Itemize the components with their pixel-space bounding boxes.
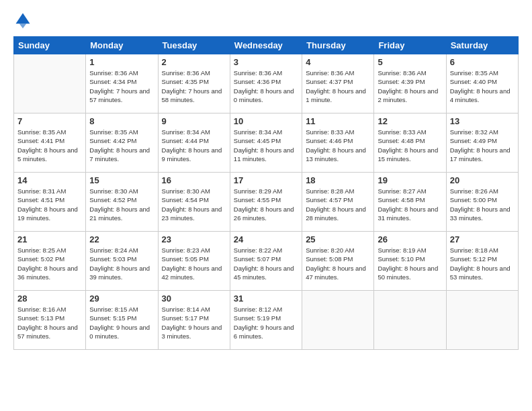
- day-detail: Sunrise: 8:16 AMSunset: 5:13 PMDaylight:…: [17, 305, 82, 340]
- day-detail: Sunrise: 8:30 AMSunset: 4:54 PMDaylight:…: [162, 187, 226, 222]
- day-number: 29: [89, 293, 154, 304]
- day-detail: Sunrise: 8:35 AMSunset: 4:42 PMDaylight:…: [89, 128, 154, 163]
- day-number: 14: [17, 175, 82, 185]
- header: [13, 11, 519, 30]
- day-number: 16: [162, 175, 226, 185]
- day-number: 1: [89, 57, 154, 67]
- calendar-cell: 13Sunrise: 8:32 AMSunset: 4:49 PMDayligh…: [446, 113, 518, 173]
- day-number: 17: [234, 175, 298, 185]
- calendar-cell: 16Sunrise: 8:30 AMSunset: 4:54 PMDayligh…: [158, 173, 230, 232]
- logo-icon: [13, 11, 32, 30]
- calendar-week-4: 21Sunrise: 8:25 AMSunset: 5:02 PMDayligh…: [14, 232, 519, 291]
- day-number: 24: [234, 234, 298, 244]
- calendar-cell: 19Sunrise: 8:27 AMSunset: 4:58 PMDayligh…: [374, 173, 446, 232]
- calendar-cell: 27Sunrise: 8:18 AMSunset: 5:12 PMDayligh…: [446, 232, 518, 291]
- calendar-cell: 3Sunrise: 8:36 AMSunset: 4:36 PMDaylight…: [230, 54, 302, 113]
- day-number: 28: [17, 293, 82, 304]
- calendar-cell: 14Sunrise: 8:31 AMSunset: 4:51 PMDayligh…: [14, 173, 86, 232]
- day-header-monday: Monday: [86, 37, 158, 54]
- day-detail: Sunrise: 8:36 AMSunset: 4:37 PMDaylight:…: [306, 68, 370, 104]
- day-number: 7: [17, 116, 82, 126]
- calendar-cell: 2Sunrise: 8:36 AMSunset: 4:35 PMDaylight…: [158, 54, 230, 113]
- day-detail: Sunrise: 8:36 AMSunset: 4:34 PMDaylight:…: [89, 68, 154, 104]
- day-number: 21: [17, 234, 82, 244]
- page: SundayMondayTuesdayWednesdayThursdayFrid…: [0, 0, 532, 411]
- day-detail: Sunrise: 8:36 AMSunset: 4:36 PMDaylight:…: [234, 68, 298, 104]
- calendar-week-2: 7Sunrise: 8:35 AMSunset: 4:41 PMDaylight…: [14, 113, 519, 173]
- day-detail: Sunrise: 8:25 AMSunset: 5:02 PMDaylight:…: [17, 246, 82, 281]
- day-detail: Sunrise: 8:24 AMSunset: 5:03 PMDaylight:…: [89, 246, 154, 281]
- day-header-tuesday: Tuesday: [158, 37, 230, 54]
- calendar-cell: 7Sunrise: 8:35 AMSunset: 4:41 PMDaylight…: [14, 113, 86, 173]
- calendar-cell: 6Sunrise: 8:35 AMSunset: 4:40 PMDaylight…: [446, 54, 518, 113]
- day-detail: Sunrise: 8:35 AMSunset: 4:41 PMDaylight:…: [17, 128, 82, 163]
- calendar-cell: 4Sunrise: 8:36 AMSunset: 4:37 PMDaylight…: [302, 54, 374, 113]
- day-number: 2: [162, 57, 226, 67]
- day-header-friday: Friday: [374, 37, 446, 54]
- day-detail: Sunrise: 8:18 AMSunset: 5:12 PMDaylight:…: [450, 246, 515, 281]
- day-detail: Sunrise: 8:15 AMSunset: 5:15 PMDaylight:…: [89, 305, 154, 340]
- day-number: 9: [162, 116, 226, 126]
- day-number: 26: [378, 234, 442, 244]
- calendar-cell: 28Sunrise: 8:16 AMSunset: 5:13 PMDayligh…: [14, 291, 86, 350]
- day-detail: Sunrise: 8:19 AMSunset: 5:10 PMDaylight:…: [378, 246, 442, 281]
- day-number: 4: [306, 57, 370, 67]
- day-detail: Sunrise: 8:20 AMSunset: 5:08 PMDaylight:…: [306, 246, 370, 281]
- calendar-cell: 20Sunrise: 8:26 AMSunset: 5:00 PMDayligh…: [446, 173, 518, 232]
- calendar-cell: 17Sunrise: 8:29 AMSunset: 4:55 PMDayligh…: [230, 173, 302, 232]
- calendar-cell: 29Sunrise: 8:15 AMSunset: 5:15 PMDayligh…: [86, 291, 158, 350]
- day-number: 8: [89, 116, 154, 126]
- calendar-cell: 11Sunrise: 8:33 AMSunset: 4:46 PMDayligh…: [302, 113, 374, 173]
- day-detail: Sunrise: 8:12 AMSunset: 5:19 PMDaylight:…: [234, 305, 298, 340]
- calendar-cell: 8Sunrise: 8:35 AMSunset: 4:42 PMDaylight…: [86, 113, 158, 173]
- calendar-cell: 31Sunrise: 8:12 AMSunset: 5:19 PMDayligh…: [230, 291, 302, 350]
- day-number: 30: [162, 293, 226, 304]
- day-number: 27: [450, 234, 515, 244]
- day-detail: Sunrise: 8:36 AMSunset: 4:35 PMDaylight:…: [162, 68, 226, 104]
- calendar-cell: 30Sunrise: 8:14 AMSunset: 5:17 PMDayligh…: [158, 291, 230, 350]
- logo: [13, 11, 35, 30]
- day-number: 6: [450, 57, 515, 67]
- day-number: 25: [306, 234, 370, 244]
- day-header-wednesday: Wednesday: [230, 37, 302, 54]
- day-detail: Sunrise: 8:34 AMSunset: 4:45 PMDaylight:…: [234, 128, 298, 163]
- calendar-cell: [446, 291, 518, 350]
- day-number: 23: [162, 234, 226, 244]
- calendar-cell: 24Sunrise: 8:22 AMSunset: 5:07 PMDayligh…: [230, 232, 302, 291]
- day-number: 13: [450, 116, 515, 126]
- svg-marker-0: [16, 13, 30, 24]
- day-detail: Sunrise: 8:35 AMSunset: 4:40 PMDaylight:…: [450, 68, 515, 104]
- day-number: 12: [378, 116, 442, 126]
- day-number: 3: [234, 57, 298, 67]
- calendar-cell: 1Sunrise: 8:36 AMSunset: 4:34 PMDaylight…: [86, 54, 158, 113]
- day-detail: Sunrise: 8:36 AMSunset: 4:39 PMDaylight:…: [378, 68, 442, 104]
- calendar-cell: [302, 291, 374, 350]
- day-number: 10: [234, 116, 298, 126]
- day-number: 11: [306, 116, 370, 126]
- calendar: SundayMondayTuesdayWednesdayThursdayFrid…: [13, 36, 519, 350]
- day-number: 15: [89, 175, 154, 185]
- day-detail: Sunrise: 8:26 AMSunset: 5:00 PMDaylight:…: [450, 187, 515, 222]
- day-detail: Sunrise: 8:33 AMSunset: 4:46 PMDaylight:…: [306, 128, 370, 163]
- calendar-week-3: 14Sunrise: 8:31 AMSunset: 4:51 PMDayligh…: [14, 173, 519, 232]
- day-number: 20: [450, 175, 515, 185]
- day-detail: Sunrise: 8:22 AMSunset: 5:07 PMDaylight:…: [234, 246, 298, 281]
- calendar-cell: 5Sunrise: 8:36 AMSunset: 4:39 PMDaylight…: [374, 54, 446, 113]
- calendar-cell: 9Sunrise: 8:34 AMSunset: 4:44 PMDaylight…: [158, 113, 230, 173]
- day-detail: Sunrise: 8:34 AMSunset: 4:44 PMDaylight:…: [162, 128, 226, 163]
- day-number: 18: [306, 175, 370, 185]
- day-detail: Sunrise: 8:31 AMSunset: 4:51 PMDaylight:…: [17, 187, 82, 222]
- calendar-body: 1Sunrise: 8:36 AMSunset: 4:34 PMDaylight…: [14, 54, 519, 350]
- day-number: 22: [89, 234, 154, 244]
- calendar-cell: 23Sunrise: 8:23 AMSunset: 5:05 PMDayligh…: [158, 232, 230, 291]
- day-detail: Sunrise: 8:23 AMSunset: 5:05 PMDaylight:…: [162, 246, 226, 281]
- day-detail: Sunrise: 8:33 AMSunset: 4:48 PMDaylight:…: [378, 128, 442, 163]
- day-detail: Sunrise: 8:27 AMSunset: 4:58 PMDaylight:…: [378, 187, 442, 222]
- calendar-cell: 21Sunrise: 8:25 AMSunset: 5:02 PMDayligh…: [14, 232, 86, 291]
- day-detail: Sunrise: 8:32 AMSunset: 4:49 PMDaylight:…: [450, 128, 515, 163]
- calendar-week-5: 28Sunrise: 8:16 AMSunset: 5:13 PMDayligh…: [14, 291, 519, 350]
- calendar-cell: 12Sunrise: 8:33 AMSunset: 4:48 PMDayligh…: [374, 113, 446, 173]
- calendar-cell: 10Sunrise: 8:34 AMSunset: 4:45 PMDayligh…: [230, 113, 302, 173]
- day-detail: Sunrise: 8:30 AMSunset: 4:52 PMDaylight:…: [89, 187, 154, 222]
- calendar-cell: 18Sunrise: 8:28 AMSunset: 4:57 PMDayligh…: [302, 173, 374, 232]
